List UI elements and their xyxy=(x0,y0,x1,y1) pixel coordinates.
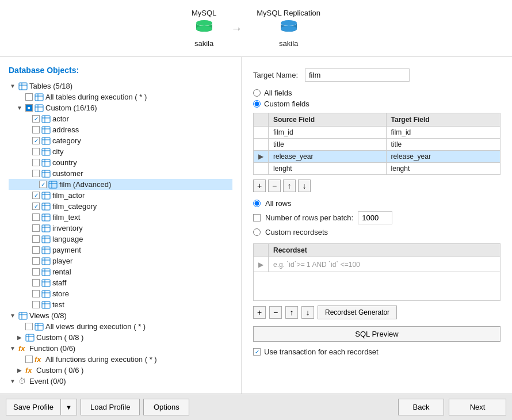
fields-remove-button[interactable]: − xyxy=(268,180,281,192)
target-db-label: MySQL Replication xyxy=(257,9,320,17)
custom-checkbox[interactable] xyxy=(25,104,33,112)
table-row[interactable]: ▶ release_year release_year xyxy=(254,151,500,163)
country-checkbox[interactable] xyxy=(32,159,40,166)
list-item[interactable]: ▶ film_text xyxy=(9,212,232,223)
functions-expand[interactable]: ▼ xyxy=(9,345,17,353)
list-item[interactable]: ▶ actor xyxy=(9,113,232,124)
target-name-input[interactable] xyxy=(305,68,410,82)
rows-per-batch-label: Number of rows per batch: xyxy=(265,213,353,222)
fields-toolbar: + − ↑ ↓ xyxy=(253,180,500,192)
use-transaction-checkbox[interactable] xyxy=(253,348,261,356)
list-item[interactable]: ▶ address xyxy=(9,124,232,135)
recordset-remove-button[interactable]: − xyxy=(269,306,282,319)
list-item[interactable]: ▶ payment xyxy=(9,245,232,255)
payment-checkbox[interactable] xyxy=(32,246,40,254)
table-row[interactable]: title title xyxy=(254,139,500,151)
film-advanced-item[interactable]: ▶ film (Advanced) xyxy=(9,179,232,190)
test-checkbox[interactable] xyxy=(32,301,40,308)
recordset-generator-button[interactable]: Recordset Generator xyxy=(318,306,397,319)
all-functions-item[interactable]: ▶ fx All functions during execution ( * … xyxy=(9,354,232,365)
views-expand[interactable]: ▼ xyxy=(9,312,17,320)
all-tables-item[interactable]: ▶ All tables during execution ( * ) xyxy=(9,91,232,102)
test-label: test xyxy=(52,300,64,309)
fields-add-button[interactable]: + xyxy=(253,180,266,192)
film-checkbox[interactable] xyxy=(39,181,47,188)
list-item[interactable]: ▶ staff xyxy=(9,277,232,288)
svg-point-2 xyxy=(281,20,297,26)
list-item[interactable]: ▶ film_category xyxy=(9,201,232,212)
save-profile-button[interactable]: Save Profile xyxy=(6,399,60,415)
recordset-down-button[interactable]: ↓ xyxy=(301,306,314,319)
all-functions-label: All functions during execution ( * ) xyxy=(45,355,157,364)
recordset-up-button[interactable]: ↑ xyxy=(285,306,298,319)
right-panel: Target Name: All fields Custom fields xyxy=(242,57,512,394)
list-item[interactable]: ▶ country xyxy=(9,157,232,168)
tables-icon xyxy=(18,82,28,90)
events-expand[interactable]: ▼ xyxy=(9,377,17,385)
svg-rect-49 xyxy=(42,247,50,254)
address-checkbox[interactable] xyxy=(32,126,40,133)
tables-node[interactable]: ▼ Tables (5/18) xyxy=(9,81,232,91)
list-item[interactable]: ▶ film_actor xyxy=(9,190,232,201)
tables-expand[interactable]: ▼ xyxy=(9,82,17,90)
save-profile-dropdown[interactable]: ▼ xyxy=(60,399,77,415)
table-row[interactable]: lenght lenght xyxy=(254,163,500,175)
recordset-row[interactable]: ▶ e.g. `id`>= 1 AND `id` <=100 xyxy=(254,257,500,272)
all-fields-radio[interactable] xyxy=(253,89,261,97)
target-field-cell: film_id xyxy=(386,127,500,139)
customer-checkbox[interactable] xyxy=(32,170,40,177)
target-field-cell: release_year xyxy=(386,151,500,163)
film-text-checkbox[interactable] xyxy=(32,213,40,221)
film-actor-icon xyxy=(41,192,51,200)
source-field-cell: title xyxy=(269,139,387,151)
country-icon xyxy=(41,159,51,167)
sql-preview-button[interactable]: SQL Preview xyxy=(253,326,500,342)
next-button[interactable]: Next xyxy=(449,399,506,415)
list-item[interactable]: ▶ customer xyxy=(9,168,232,179)
table-row[interactable]: film_id film_id xyxy=(254,127,500,139)
rental-checkbox[interactable] xyxy=(32,268,40,276)
all-tables-checkbox[interactable] xyxy=(25,93,33,101)
views-node[interactable]: ▼ Views (0/8) xyxy=(9,310,232,321)
list-item[interactable]: ▶ player xyxy=(9,255,232,266)
list-item[interactable]: ▶ inventory xyxy=(9,223,232,234)
language-checkbox[interactable] xyxy=(32,235,40,243)
views-custom-item[interactable]: ▶ Custom ( 0/8 ) xyxy=(9,332,232,343)
custom-expand[interactable]: ▼ xyxy=(16,104,24,112)
all-views-item[interactable]: ▶ All views during execution ( * ) xyxy=(9,321,232,332)
list-item[interactable]: ▶ category xyxy=(9,135,232,146)
load-profile-button[interactable]: Load Profile xyxy=(81,399,140,415)
player-checkbox[interactable] xyxy=(32,257,40,265)
film-category-checkbox[interactable] xyxy=(32,203,40,210)
fields-up-button[interactable]: ↑ xyxy=(283,180,296,192)
list-item[interactable]: ▶ store xyxy=(9,288,232,299)
list-item[interactable]: ▶ rental xyxy=(9,266,232,277)
events-node[interactable]: ▼ ⏱ Event (0/0) xyxy=(9,376,232,387)
svg-rect-52 xyxy=(42,258,50,265)
inventory-checkbox[interactable] xyxy=(32,224,40,232)
rows-per-batch-input[interactable] xyxy=(358,211,392,224)
store-checkbox[interactable] xyxy=(32,290,40,297)
back-button[interactable]: Back xyxy=(398,399,444,415)
options-button[interactable]: Options xyxy=(143,399,189,415)
recordset-add-button[interactable]: + xyxy=(253,306,266,319)
all-views-checkbox[interactable] xyxy=(25,323,33,330)
all-rows-radio[interactable] xyxy=(253,200,261,207)
functions-node[interactable]: ▼ fx Function (0/6) xyxy=(9,343,232,354)
list-item[interactable]: ▶ city xyxy=(9,146,232,157)
film-actor-checkbox[interactable] xyxy=(32,192,40,199)
custom-node[interactable]: ▼ Custom (16/16) xyxy=(9,102,232,113)
rows-per-batch-checkbox[interactable] xyxy=(253,214,261,222)
recordset-placeholder-cell: e.g. `id`>= 1 AND `id` <=100 xyxy=(269,257,500,272)
actor-checkbox[interactable] xyxy=(32,115,40,123)
list-item[interactable]: ▶ test xyxy=(9,299,232,310)
staff-checkbox[interactable] xyxy=(32,279,40,287)
fields-down-button[interactable]: ↓ xyxy=(298,180,311,192)
custom-fields-radio[interactable] xyxy=(253,100,261,108)
all-functions-checkbox[interactable] xyxy=(25,356,33,363)
custom-recordsets-radio[interactable] xyxy=(253,228,261,236)
functions-custom-item[interactable]: ▶ fx Custom ( 0/6 ) xyxy=(9,365,232,376)
category-checkbox[interactable] xyxy=(32,137,40,144)
list-item[interactable]: ▶ language xyxy=(9,234,232,245)
city-checkbox[interactable] xyxy=(32,148,40,155)
